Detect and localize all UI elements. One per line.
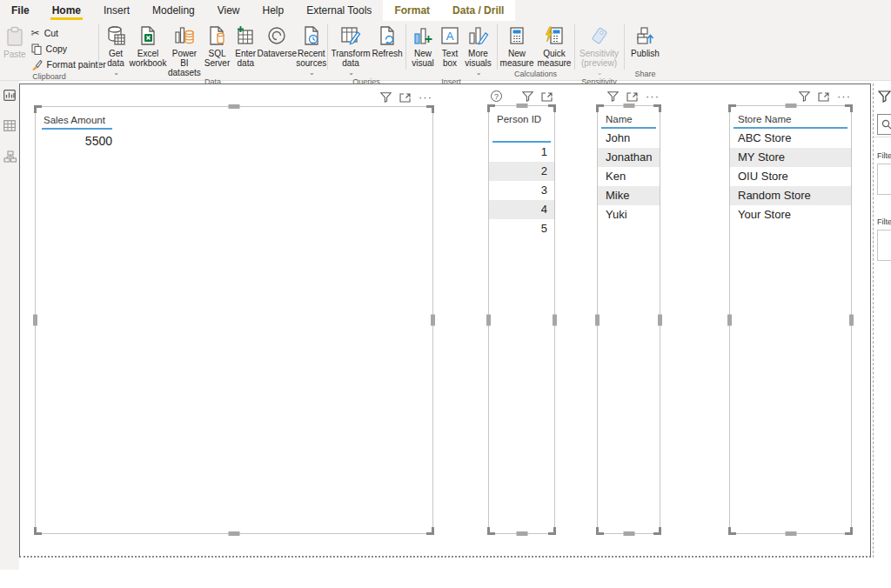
refresh-button[interactable]: Refresh bbox=[372, 23, 403, 58]
get-data-button[interactable]: Get data⌄ bbox=[102, 23, 130, 77]
sql-server-button[interactable]: SQL Server bbox=[203, 23, 231, 68]
person-id-table-visual[interactable]: ? Person ID 1 2 3 4 5 bbox=[488, 105, 555, 534]
table-row[interactable]: John bbox=[598, 129, 660, 148]
resize-handle[interactable] bbox=[596, 104, 604, 112]
more-options-icon[interactable]: ··· bbox=[419, 94, 432, 101]
power-bi-datasets-button[interactable]: Power BI datasets bbox=[166, 23, 203, 77]
resize-handle[interactable] bbox=[596, 527, 604, 535]
sales-amount-table-visual[interactable]: ··· Sales Amount 5500 bbox=[35, 106, 433, 534]
focus-mode-icon[interactable] bbox=[399, 93, 411, 103]
resize-handle[interactable] bbox=[595, 314, 600, 325]
resize-handle[interactable] bbox=[553, 314, 557, 325]
text-box-button[interactable]: A Text box bbox=[437, 23, 463, 68]
resize-handle[interactable] bbox=[426, 105, 434, 113]
resize-handle[interactable] bbox=[653, 104, 661, 112]
table-row[interactable]: Mike bbox=[598, 186, 660, 205]
table-row[interactable]: 3 bbox=[489, 181, 554, 200]
quick-measure-button[interactable]: Quick measure bbox=[536, 23, 573, 68]
resize-handle[interactable] bbox=[486, 314, 491, 325]
resize-handle[interactable] bbox=[548, 527, 556, 535]
table-row[interactable]: 1 bbox=[489, 143, 554, 162]
excel-workbook-button[interactable]: Excel workbook bbox=[130, 23, 166, 68]
menu-tab-data-drill[interactable]: Data / Drill bbox=[441, 0, 515, 21]
column-header-name[interactable]: Name bbox=[598, 106, 660, 127]
recent-sources-button[interactable]: Recent sources⌄ bbox=[294, 23, 328, 77]
focus-mode-icon[interactable] bbox=[818, 92, 829, 102]
column-header-sales-amount[interactable]: Sales Amount bbox=[36, 107, 432, 128]
resize-handle[interactable] bbox=[658, 314, 662, 325]
table-row[interactable]: Jonathan bbox=[598, 148, 660, 167]
resize-handle[interactable] bbox=[845, 527, 853, 535]
table-row[interactable]: Your Store bbox=[730, 205, 851, 224]
menu-tab-home[interactable]: Home bbox=[41, 0, 92, 21]
data-view-icon[interactable] bbox=[3, 120, 16, 131]
table-row[interactable]: Yuki bbox=[598, 205, 660, 224]
resize-handle[interactable] bbox=[516, 104, 527, 108]
column-header-store-name[interactable]: Store Name bbox=[730, 106, 851, 127]
filter-field-well[interactable] bbox=[877, 164, 891, 195]
table-row[interactable]: 4 bbox=[489, 200, 554, 219]
new-visual-button[interactable]: New visual bbox=[409, 23, 437, 68]
resize-handle[interactable] bbox=[727, 314, 732, 325]
menu-tab-view[interactable]: View bbox=[206, 0, 251, 21]
resize-handle[interactable] bbox=[849, 314, 854, 325]
filters-pane[interactable]: Filte Filte bbox=[873, 84, 891, 558]
filter-icon[interactable] bbox=[799, 91, 810, 102]
paste-button[interactable]: Paste bbox=[3, 23, 26, 72]
resize-handle[interactable] bbox=[785, 531, 796, 536]
table-row[interactable]: OIU Store bbox=[730, 167, 851, 186]
filter-icon[interactable] bbox=[380, 92, 392, 103]
resize-handle[interactable] bbox=[33, 315, 37, 326]
sensitivity-button[interactable]: Sensitivity (preview)⌄ bbox=[578, 23, 620, 77]
menu-tab-help[interactable]: Help bbox=[251, 0, 296, 21]
resize-handle[interactable] bbox=[548, 104, 556, 112]
table-row[interactable]: 5 bbox=[489, 219, 554, 238]
resize-handle[interactable] bbox=[229, 531, 240, 536]
store-name-table-visual[interactable]: ··· Store Name ABC Store MY Store OIU St… bbox=[729, 105, 852, 534]
resize-handle[interactable] bbox=[728, 527, 736, 535]
menu-tab-modeling[interactable]: Modeling bbox=[141, 0, 206, 21]
table-row[interactable]: 2 bbox=[489, 162, 554, 181]
more-visuals-button[interactable]: More visuals⌄ bbox=[463, 23, 493, 77]
resize-handle[interactable] bbox=[653, 527, 661, 535]
menu-tab-file[interactable]: File bbox=[0, 0, 41, 21]
resize-handle[interactable] bbox=[431, 315, 435, 326]
table-row[interactable]: ABC Store bbox=[730, 129, 851, 148]
resize-handle[interactable] bbox=[426, 527, 434, 535]
column-header-person-id[interactable]: Person ID bbox=[489, 106, 554, 127]
help-icon[interactable]: ? bbox=[491, 90, 502, 102]
dataverse-button[interactable]: Dataverse bbox=[259, 23, 294, 58]
copy-button[interactable]: Copy bbox=[31, 41, 106, 57]
cut-button[interactable]: ✂ Cut bbox=[31, 25, 106, 41]
transform-data-button[interactable]: Transform data⌄ bbox=[330, 23, 372, 77]
table-row[interactable]: Ken bbox=[598, 167, 660, 186]
resize-handle[interactable] bbox=[845, 104, 853, 112]
report-view-icon[interactable] bbox=[3, 90, 16, 101]
table-row[interactable]: Random Store bbox=[730, 186, 851, 205]
enter-data-button[interactable]: Enter data bbox=[231, 23, 259, 68]
resize-handle[interactable] bbox=[34, 105, 42, 113]
resize-handle[interactable] bbox=[229, 104, 240, 109]
new-measure-button[interactable]: New measure bbox=[499, 23, 536, 68]
menu-tab-insert[interactable]: Insert bbox=[92, 0, 141, 21]
menu-tab-format[interactable]: Format bbox=[383, 0, 441, 21]
focus-mode-icon[interactable] bbox=[541, 92, 553, 102]
more-options-icon[interactable]: ··· bbox=[837, 93, 851, 100]
resize-handle[interactable] bbox=[487, 104, 495, 112]
more-options-icon[interactable]: ··· bbox=[646, 93, 660, 100]
resize-handle[interactable] bbox=[623, 104, 634, 108]
name-table-visual[interactable]: ··· Name John Jonathan Ken Mike Yuki bbox=[597, 105, 660, 534]
focus-mode-icon[interactable] bbox=[626, 92, 638, 102]
filters-pane-funnel-icon[interactable] bbox=[878, 90, 891, 103]
resize-handle[interactable] bbox=[487, 527, 495, 535]
menu-tab-external-tools[interactable]: External Tools bbox=[295, 0, 383, 21]
filter-icon[interactable] bbox=[522, 91, 533, 102]
filters-search-input[interactable] bbox=[877, 114, 891, 135]
resize-handle[interactable] bbox=[728, 104, 736, 112]
filter-icon[interactable] bbox=[607, 91, 619, 102]
publish-button[interactable]: Publish bbox=[630, 23, 661, 58]
model-view-icon[interactable] bbox=[3, 150, 17, 163]
sales-amount-value[interactable]: 5500 bbox=[36, 130, 112, 148]
format-painter-button[interactable]: Format painter bbox=[31, 57, 106, 72]
resize-handle[interactable] bbox=[516, 531, 527, 536]
